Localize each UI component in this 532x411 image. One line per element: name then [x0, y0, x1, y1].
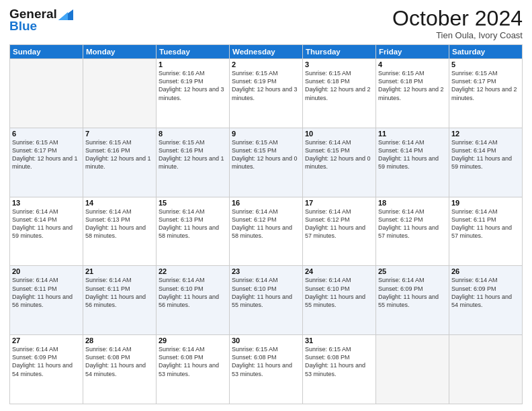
- day-number: 28: [85, 336, 154, 345]
- table-row: 31Sunrise: 6:15 AMSunset: 6:08 PMDayligh…: [303, 335, 376, 404]
- day-detail: Sunrise: 6:14 AMSunset: 6:08 PMDaylight:…: [85, 345, 154, 378]
- table-row: 28Sunrise: 6:14 AMSunset: 6:08 PMDayligh…: [83, 335, 157, 404]
- day-number: 20: [12, 267, 81, 275]
- day-detail: Sunrise: 6:15 AMSunset: 6:08 PMDaylight:…: [232, 345, 300, 378]
- day-detail: Sunrise: 6:14 AMSunset: 6:15 PMDaylight:…: [305, 138, 373, 171]
- day-number: 26: [451, 267, 520, 275]
- table-row: [83, 59, 157, 128]
- day-detail: Sunrise: 6:14 AMSunset: 6:14 PMDaylight:…: [451, 138, 520, 171]
- logo-icon: [58, 9, 73, 20]
- title-block: October 2024 Tien Oula, Ivory Coast: [392, 7, 523, 40]
- table-row: 6Sunrise: 6:15 AMSunset: 6:17 PMDaylight…: [10, 128, 83, 197]
- table-row: 22Sunrise: 6:14 AMSunset: 6:10 PMDayligh…: [157, 266, 230, 335]
- day-detail: Sunrise: 6:15 AMSunset: 6:16 PMDaylight:…: [159, 138, 227, 171]
- logo-blue: Blue: [9, 19, 37, 34]
- calendar-table: Sunday Monday Tuesday Wednesday Thursday…: [9, 44, 523, 404]
- table-row: 14Sunrise: 6:14 AMSunset: 6:13 PMDayligh…: [83, 197, 157, 266]
- day-number: 18: [378, 199, 447, 207]
- calendar-week-row: 20Sunrise: 6:14 AMSunset: 6:11 PMDayligh…: [10, 266, 523, 335]
- location-subtitle: Tien Oula, Ivory Coast: [392, 30, 523, 40]
- table-row: 2Sunrise: 6:15 AMSunset: 6:19 PMDaylight…: [230, 59, 303, 128]
- day-number: 12: [451, 130, 520, 138]
- table-row: 19Sunrise: 6:14 AMSunset: 6:11 PMDayligh…: [449, 197, 523, 266]
- table-row: 26Sunrise: 6:14 AMSunset: 6:09 PMDayligh…: [449, 266, 523, 335]
- day-detail: Sunrise: 6:14 AMSunset: 6:10 PMDaylight:…: [232, 276, 300, 309]
- day-detail: Sunrise: 6:14 AMSunset: 6:12 PMDaylight:…: [378, 208, 447, 240]
- day-detail: Sunrise: 6:14 AMSunset: 6:09 PMDaylight:…: [378, 276, 447, 309]
- table-row: 13Sunrise: 6:14 AMSunset: 6:14 PMDayligh…: [10, 197, 83, 266]
- calendar-week-row: 1Sunrise: 6:16 AMSunset: 6:19 PMDaylight…: [10, 59, 523, 128]
- day-number: 29: [159, 336, 227, 345]
- day-number: 13: [12, 199, 81, 207]
- day-detail: Sunrise: 6:14 AMSunset: 6:14 PMDaylight:…: [378, 138, 447, 171]
- table-row: 20Sunrise: 6:14 AMSunset: 6:11 PMDayligh…: [10, 266, 83, 335]
- col-thursday: Thursday: [303, 45, 376, 59]
- day-number: 2: [232, 60, 300, 68]
- day-detail: Sunrise: 6:14 AMSunset: 6:10 PMDaylight:…: [159, 276, 227, 309]
- day-detail: Sunrise: 6:15 AMSunset: 6:17 PMDaylight:…: [451, 69, 520, 102]
- header: General Blue October 2024 Tien Oula, Ivo…: [9, 7, 523, 40]
- day-number: 15: [159, 199, 227, 207]
- col-sunday: Sunday: [10, 45, 83, 59]
- table-row: 3Sunrise: 6:15 AMSunset: 6:18 PMDaylight…: [303, 59, 376, 128]
- col-saturday: Saturday: [449, 45, 523, 59]
- day-number: 6: [12, 130, 81, 138]
- day-detail: Sunrise: 6:14 AMSunset: 6:13 PMDaylight:…: [159, 208, 227, 240]
- table-row: 9Sunrise: 6:15 AMSunset: 6:15 PMDaylight…: [230, 128, 303, 197]
- day-number: 25: [378, 267, 447, 275]
- day-detail: Sunrise: 6:14 AMSunset: 6:12 PMDaylight:…: [232, 208, 300, 240]
- day-number: 24: [305, 267, 373, 275]
- day-detail: Sunrise: 6:14 AMSunset: 6:11 PMDaylight:…: [451, 208, 520, 240]
- table-row: 24Sunrise: 6:14 AMSunset: 6:10 PMDayligh…: [303, 266, 376, 335]
- table-row: 21Sunrise: 6:14 AMSunset: 6:11 PMDayligh…: [83, 266, 157, 335]
- day-number: 4: [378, 60, 447, 68]
- day-detail: Sunrise: 6:14 AMSunset: 6:10 PMDaylight:…: [305, 276, 373, 309]
- day-number: 3: [305, 60, 373, 68]
- day-detail: Sunrise: 6:16 AMSunset: 6:19 PMDaylight:…: [159, 69, 227, 102]
- day-number: 16: [232, 199, 300, 207]
- day-detail: Sunrise: 6:14 AMSunset: 6:14 PMDaylight:…: [12, 208, 81, 240]
- day-number: 10: [305, 130, 373, 138]
- day-number: 11: [378, 130, 447, 138]
- table-row: 12Sunrise: 6:14 AMSunset: 6:14 PMDayligh…: [449, 128, 523, 197]
- table-row: [376, 335, 449, 404]
- table-row: [10, 59, 83, 128]
- day-detail: Sunrise: 6:15 AMSunset: 6:16 PMDaylight:…: [85, 138, 154, 171]
- day-number: 17: [305, 199, 373, 207]
- day-detail: Sunrise: 6:15 AMSunset: 6:08 PMDaylight:…: [305, 345, 373, 378]
- day-detail: Sunrise: 6:14 AMSunset: 6:13 PMDaylight:…: [85, 208, 154, 240]
- col-monday: Monday: [83, 45, 157, 59]
- calendar-header-row: Sunday Monday Tuesday Wednesday Thursday…: [10, 45, 523, 59]
- table-row: 15Sunrise: 6:14 AMSunset: 6:13 PMDayligh…: [157, 197, 230, 266]
- day-number: 9: [232, 130, 300, 138]
- day-detail: Sunrise: 6:14 AMSunset: 6:11 PMDaylight:…: [85, 276, 154, 309]
- day-detail: Sunrise: 6:14 AMSunset: 6:09 PMDaylight:…: [12, 345, 81, 378]
- day-detail: Sunrise: 6:15 AMSunset: 6:15 PMDaylight:…: [232, 138, 300, 171]
- day-number: 22: [159, 267, 227, 275]
- calendar-week-row: 13Sunrise: 6:14 AMSunset: 6:14 PMDayligh…: [10, 197, 523, 266]
- page: General Blue October 2024 Tien Oula, Ivo…: [0, 0, 532, 411]
- day-detail: Sunrise: 6:15 AMSunset: 6:17 PMDaylight:…: [12, 138, 81, 171]
- table-row: 8Sunrise: 6:15 AMSunset: 6:16 PMDaylight…: [157, 128, 230, 197]
- table-row: 16Sunrise: 6:14 AMSunset: 6:12 PMDayligh…: [230, 197, 303, 266]
- col-tuesday: Tuesday: [157, 45, 230, 59]
- table-row: 25Sunrise: 6:14 AMSunset: 6:09 PMDayligh…: [376, 266, 449, 335]
- day-number: 27: [12, 336, 81, 345]
- day-detail: Sunrise: 6:14 AMSunset: 6:11 PMDaylight:…: [12, 276, 81, 309]
- col-wednesday: Wednesday: [230, 45, 303, 59]
- table-row: 23Sunrise: 6:14 AMSunset: 6:10 PMDayligh…: [230, 266, 303, 335]
- table-row: 1Sunrise: 6:16 AMSunset: 6:19 PMDaylight…: [157, 59, 230, 128]
- col-friday: Friday: [376, 45, 449, 59]
- table-row: 18Sunrise: 6:14 AMSunset: 6:12 PMDayligh…: [376, 197, 449, 266]
- table-row: 4Sunrise: 6:15 AMSunset: 6:18 PMDaylight…: [376, 59, 449, 128]
- logo: General Blue: [9, 7, 73, 34]
- month-title: October 2024: [392, 7, 523, 30]
- day-detail: Sunrise: 6:14 AMSunset: 6:08 PMDaylight:…: [159, 345, 227, 378]
- table-row: 5Sunrise: 6:15 AMSunset: 6:17 PMDaylight…: [449, 59, 523, 128]
- day-detail: Sunrise: 6:15 AMSunset: 6:18 PMDaylight:…: [305, 69, 373, 102]
- day-number: 8: [159, 130, 227, 138]
- table-row: 30Sunrise: 6:15 AMSunset: 6:08 PMDayligh…: [230, 335, 303, 404]
- calendar-week-row: 27Sunrise: 6:14 AMSunset: 6:09 PMDayligh…: [10, 335, 523, 404]
- day-number: 1: [159, 60, 227, 68]
- table-row: [449, 335, 523, 404]
